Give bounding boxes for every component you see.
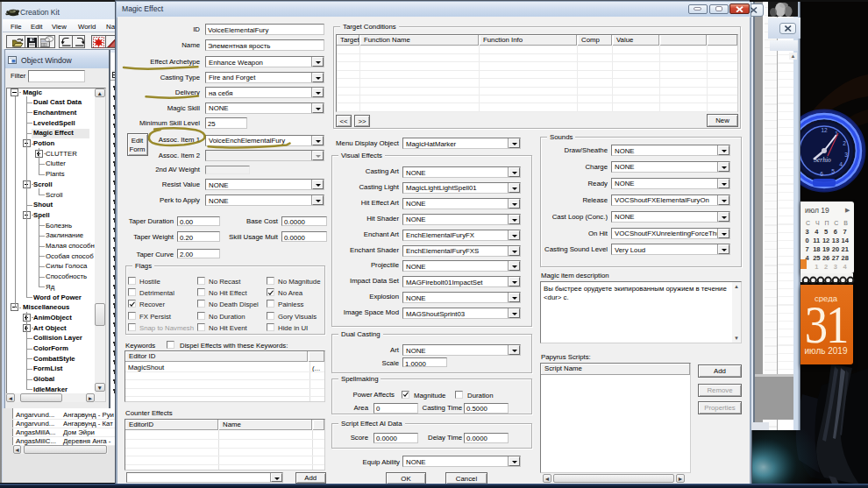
svg-text:3: 3 [844, 152, 848, 158]
svg-text:12: 12 [821, 127, 828, 133]
svg-text:4: 4 [839, 161, 843, 167]
svg-text:5: 5 [831, 168, 835, 174]
svg-text:6: 6 [820, 171, 823, 177]
svg-text:2: 2 [843, 140, 846, 146]
